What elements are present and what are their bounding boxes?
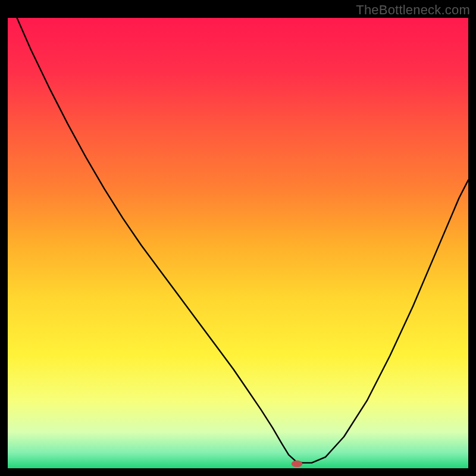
- chart-frame: TheBottleneck.com: [0, 0, 476, 476]
- gradient-background: [8, 18, 468, 468]
- watermark-text: TheBottleneck.com: [356, 2, 470, 18]
- plot-area: [8, 18, 468, 468]
- bottleneck-chart: [8, 18, 468, 468]
- optimum-marker: [292, 461, 303, 467]
